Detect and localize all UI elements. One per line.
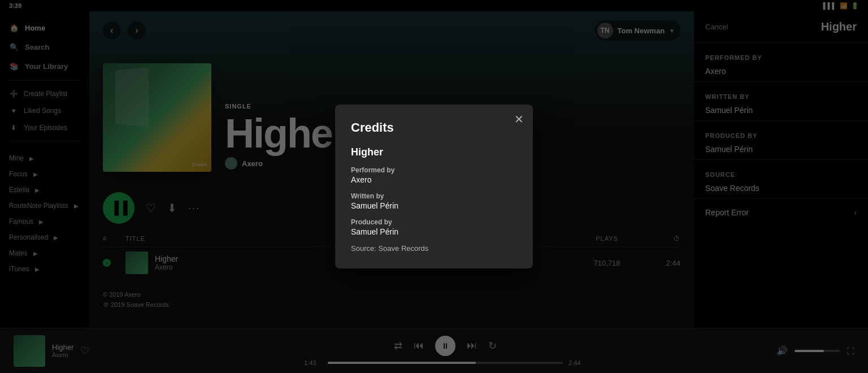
credit-written-by: Written by Samuel Périn [351,192,517,210]
modal-source: Source: Soave Records [351,244,517,253]
credit-performed-by-name: Axero [351,175,517,184]
credits-modal: ✕ Credits Higher Performed by Axero Writ… [335,105,533,268]
credit-performed-by: Performed by Axero [351,166,517,184]
credit-written-by-role: Written by [351,192,517,200]
credit-performed-by-role: Performed by [351,166,517,174]
credit-written-by-name: Samuel Périn [351,201,517,210]
modal-overlay[interactable]: ✕ Credits Higher Performed by Axero Writ… [0,0,868,373]
credit-produced-by-name: Samuel Périn [351,227,517,236]
modal-close-button[interactable]: ✕ [514,114,524,125]
credit-produced-by: Produced by Samuel Périn [351,218,517,236]
modal-song-title: Higher [351,146,517,158]
modal-title: Credits [351,120,517,135]
credit-produced-by-role: Produced by [351,218,517,226]
